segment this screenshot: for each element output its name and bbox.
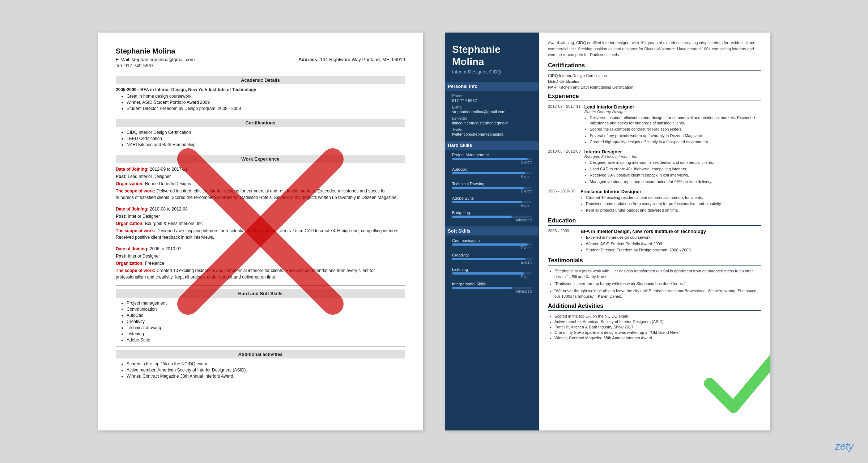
divider [116,285,405,286]
additional-main-title: Additional Activities [548,303,761,311]
skill-bar-fill [452,158,528,160]
list-item: Excelled in home design coursework. [586,235,761,240]
skill-name: Interpersonal Skills [452,282,532,286]
linkedin-label: LinkedIn [452,116,532,120]
linkedin-value: linkedin.com/in/stephanieqmolin [452,121,532,125]
list-item: Active member, American Society of Inter… [127,368,405,373]
academic-bullets: Great in home design coursework. Winner,… [116,94,405,111]
skill-bar-bg [452,287,532,289]
work-block-3: Date of Joining: 2006 to 2010-07 Post: I… [116,246,405,280]
skill-name: Technical Drawing [452,182,532,186]
sidebar: Stephanie Molina Interior Designer, CIDQ… [445,33,539,430]
list-item: Created high-quality designs efficiently… [590,139,761,145]
personal-info-title: Personal Info [445,82,539,91]
edu-title: Education [548,217,761,226]
list-item: Student Director, Freedom by Design prog… [127,106,405,111]
zety-logo: zety [835,441,854,452]
list-item: Creativity [127,319,405,324]
skill-name: Listening [452,267,532,272]
exp-dates: 2006 - 2010-07 [548,189,577,214]
hard-skills-list: Project Management Expert AutoCad Expert… [452,153,532,222]
skill-block: Communication Expert [452,238,532,250]
skill-block: AutoCad Expert [452,167,532,179]
skill-bar-bg [452,158,532,160]
exp-bullets: Created 10 exciting residential and comm… [580,195,761,213]
cert-main-list: CIDQ Interior Design CertificationLEED C… [548,73,761,89]
skill-name: Communication [452,238,532,243]
edu-details: BFA in Interior Design, New York Institu… [580,229,761,254]
list-item: Used CAD to create 40+ high-end, compell… [590,166,761,172]
divider [116,72,405,72]
list-item: "We never thought we'd be able to leave … [554,288,761,300]
testimonials-title: Testimonials [548,257,761,266]
left-email-label: E-Mail: stephanieqmolina@gmail.com [116,57,195,62]
exp-company: Renée Doherty Designs [584,110,761,114]
skills-section-title: Hard and Soft Skills [116,289,405,298]
exp-details: Interior Designer Bourgoin & Hess Interi… [584,149,761,185]
list-item: CIDQ Interior Design Certification [127,130,405,135]
list-item: Managed vendors, reps, and subcontractor… [590,179,761,184]
skill-level: Expert [452,160,532,164]
exp-header: 2006 - 2010-07 Freelance Interior Design… [548,189,761,214]
list-item: Winner, Contract Magazine 38th Annual In… [127,374,405,379]
skill-bar-fill [452,172,525,174]
hard-skills-title: Hard Skills [445,141,539,150]
left-header: Stephanie Molina E-Mail: stephanieqmolin… [116,47,405,68]
list-item: Communication [127,307,405,312]
skill-block: Creativity Expert [452,253,532,264]
list-item: Project management [127,301,405,306]
exp-dates: 2012-09 - 2017-11 [548,104,581,146]
list-item: Winner, Contract Magazine 38th Annual In… [554,336,761,340]
list-item: Scored in the top 1% on the NCIDQ exam. [127,361,405,366]
resume-left: Stephanie Molina E-Mail: stephanieqmolin… [98,33,423,430]
list-item: Kept all projects under budget and deliv… [586,208,761,213]
phone-value: 917-749-5567 [452,98,532,103]
exp-job-title: Interior Designer [584,149,761,154]
list-item: Great in home design coursework. [127,94,405,99]
soft-skills-list: Communication Expert Creativity Expert L… [452,238,532,293]
skill-level: Expert [452,260,532,264]
summary: Award-winning, CIDQ certified interior d… [548,40,761,58]
exp-job-title: Freelance Interior Designer [580,189,761,194]
skill-bar-fill [452,243,528,246]
cert-bullets: CIDQ Interior Design Certification LEED … [116,130,405,147]
exp-block: 2012-09 - 2017-11 Lead Interior Designer… [548,104,761,146]
exp-block: 2010-08 - 2012-08 Interior Designer Bour… [548,149,761,185]
skill-bar-bg [452,258,532,260]
left-name: Stephanie Molina [116,47,405,55]
twitter-value: twitter.com/stephanieqmolina [452,132,532,136]
list-item: AutoCad [127,313,405,318]
skill-bar-fill [452,272,524,275]
list-item: Adobe Suite [127,337,405,343]
academic-degree: 2005-2009 - BFA in Interior Design, New … [116,87,405,92]
skill-bar-bg [452,243,532,246]
divider [116,115,405,115]
skill-block: Interpersonal Skills Advanced [452,282,532,293]
list-item: Received 99% positive client feedback in… [590,173,761,178]
skill-block: Technical Drawing Expert [452,182,532,193]
divider [116,151,405,151]
additional-main-list: Scored in the top 1% on the NCIDQ exam.A… [548,314,761,340]
skill-name: Creativity [452,253,532,257]
additional-section-title: Additional activities [116,350,405,358]
list-item: Received commendations from every client… [586,201,761,207]
skill-bar-bg [452,172,532,174]
exp-header: 2010-08 - 2012-08 Interior Designer Bour… [548,149,761,185]
skill-bar-bg [452,216,532,218]
work-section-title: Work Experience [116,155,405,163]
list-item: One of my SoHo apartment designs was wri… [554,330,761,335]
skill-level: Advanced [452,218,532,222]
skill-bar-fill [452,216,512,218]
skill-level: Expert [452,204,532,208]
skill-bar-fill [452,287,512,289]
list-item: "Radisson is over-the-top happy with the… [554,281,761,286]
list-item: LEED Certification [127,136,405,141]
skill-bar-fill [452,258,525,260]
edu-dates: 2005 - 2009 [548,229,577,254]
cert-section-title: Certifications [116,119,405,127]
exp-details: Freelance Interior Designer Created 10 e… [580,189,761,214]
list-item: Several of my projects written up favora… [590,133,761,139]
email-value: stephanieqmolina@gmail.com [452,110,532,114]
skill-bar-bg [452,187,532,189]
work-block-1: Date of Joining: 2012-09 to 2017-11 Post… [116,166,405,201]
